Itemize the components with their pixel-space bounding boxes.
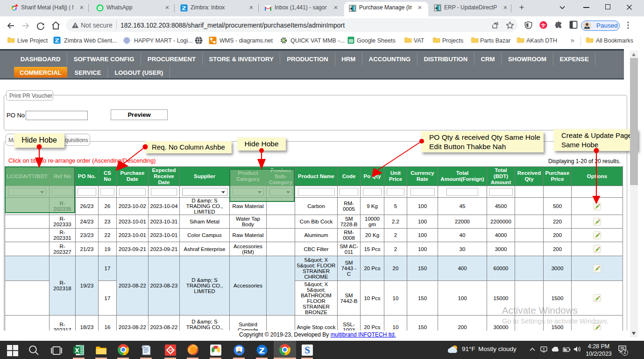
svg-text:S: S: [304, 345, 310, 356]
